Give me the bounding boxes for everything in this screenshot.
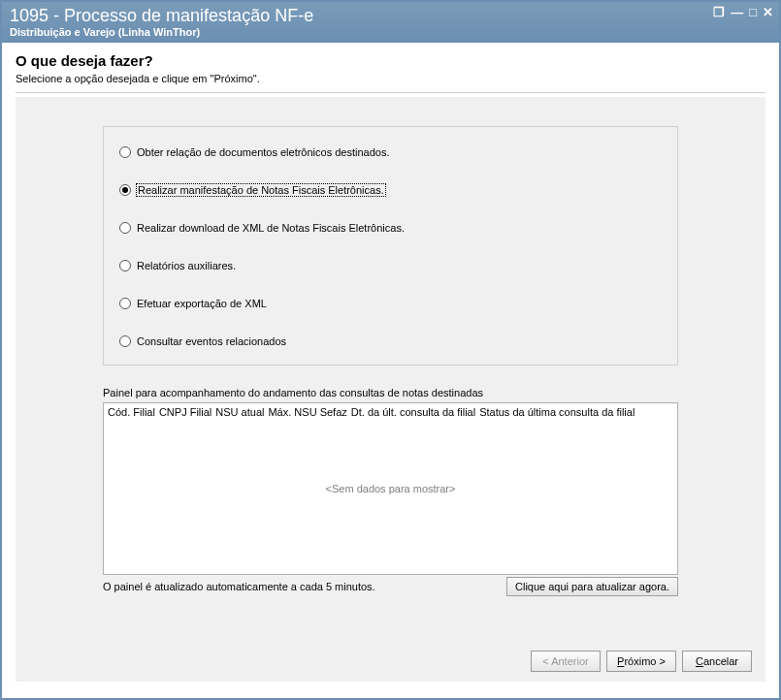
radio-icon	[119, 146, 131, 158]
window-subtitle: Distribuição e Varejo (Linha WinThor)	[10, 26, 771, 41]
titlebar: 1095 - Processo de manifestação NF-e Dis…	[2, 2, 779, 43]
grid-col-cnpj-filial[interactable]: CNPJ Filial	[159, 406, 212, 418]
close-icon[interactable]: ✕	[763, 6, 773, 18]
btn-text: róximo >	[624, 655, 666, 667]
grid-col-dt-ult-consulta[interactable]: Dt. da últ. consulta da filial	[351, 406, 475, 418]
back-button[interactable]: < Anterior	[531, 651, 601, 672]
radio-icon	[119, 335, 131, 347]
radio-exportacao-xml[interactable]: Efetuar exportação de XML	[119, 298, 662, 309]
radio-icon	[119, 260, 131, 271]
grid-header-row: Cód. Filial CNPJ Filial NSU atual Máx. N…	[104, 403, 677, 421]
content-area: O que deseja fazer? Selecione a opção de…	[2, 43, 779, 693]
radio-label: Relatórios auxiliares.	[137, 260, 236, 271]
radio-label: Efetuar exportação de XML	[137, 298, 267, 309]
grid-empty-text: <Sem dados para mostrar>	[326, 483, 456, 494]
radio-obter-relacao[interactable]: Obter relação de documentos eletrônicos …	[119, 146, 662, 158]
radio-icon	[119, 222, 131, 234]
titlebar-controls: ❐ — □ ✕	[713, 6, 773, 18]
cancel-button[interactable]: Cancelar	[682, 651, 752, 672]
radio-relatorios-auxiliares[interactable]: Relatórios auxiliares.	[119, 260, 662, 271]
panel-caption: Painel para acompanhamento do andamento …	[103, 387, 678, 398]
maximize-icon[interactable]: □	[749, 6, 757, 18]
panel-footer: O painel é atualizado automaticamente a …	[103, 577, 678, 596]
panel-note: O painel é atualizado automaticamente a …	[103, 581, 375, 592]
btn-text: ancelar	[703, 655, 738, 667]
radio-realizar-download-xml[interactable]: Realizar download de XML de Notas Fiscai…	[119, 222, 662, 234]
radio-consultar-eventos[interactable]: Consultar eventos relacionados	[119, 335, 662, 347]
page-subheading: Selecione a opção desejada e clique em "…	[16, 73, 765, 84]
mnemonic: C	[696, 655, 703, 667]
radio-icon	[119, 298, 131, 309]
radio-label: Consultar eventos relacionados	[137, 335, 286, 347]
wizard-buttons: < Anterior Próximo > Cancelar	[531, 651, 752, 672]
refresh-button[interactable]: Clique aqui para atualizar agora.	[506, 577, 678, 596]
minimize-icon[interactable]: —	[731, 6, 743, 18]
status-grid[interactable]: Cód. Filial CNPJ Filial NSU atual Máx. N…	[103, 402, 678, 575]
next-button[interactable]: Próximo >	[606, 651, 676, 672]
grid-col-max-nsu[interactable]: Máx. NSU Sefaz	[268, 406, 346, 418]
wizard-body: Obter relação de documentos eletrônicos …	[16, 97, 765, 682]
detach-icon[interactable]: ❐	[713, 6, 725, 18]
page-heading: O que deseja fazer?	[16, 52, 765, 69]
radio-realizar-manifestacao[interactable]: Realizar manifestação de Notas Fiscais E…	[119, 184, 662, 196]
grid-col-status-ult-consulta[interactable]: Status da última consulta da filial	[479, 406, 635, 418]
radio-label: Realizar manifestação de Notas Fiscais E…	[137, 184, 385, 196]
wizard-header: O que deseja fazer? Selecione a opção de…	[16, 52, 765, 93]
window-title: 1095 - Processo de manifestação NF-e	[10, 6, 771, 26]
grid-col-cod-filial[interactable]: Cód. Filial	[108, 406, 155, 418]
radio-label: Realizar download de XML de Notas Fiscai…	[137, 222, 405, 234]
radio-label: Obter relação de documentos eletrônicos …	[137, 146, 390, 158]
grid-col-nsu-atual[interactable]: NSU atual	[215, 406, 264, 418]
radio-icon	[119, 184, 131, 196]
options-groupbox: Obter relação de documentos eletrônicos …	[103, 126, 678, 366]
